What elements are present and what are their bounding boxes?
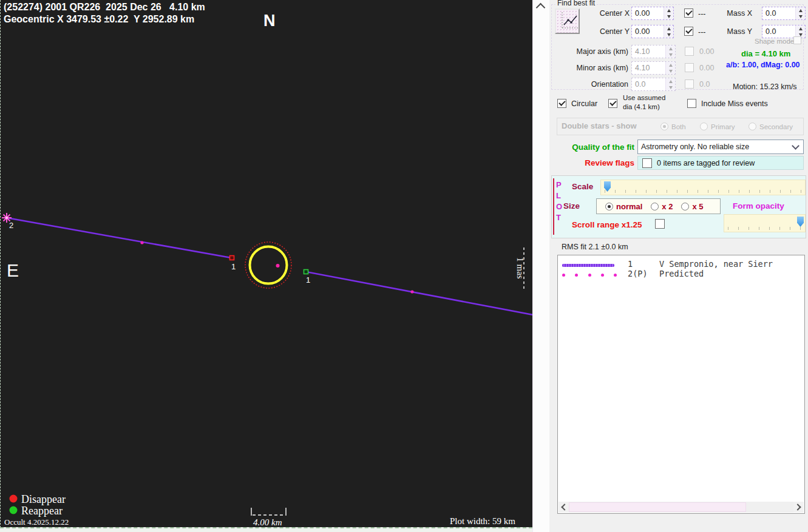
spin-up-icon[interactable]: [666, 62, 675, 68]
scroll-left-button[interactable]: [558, 502, 569, 513]
form-opacity-label: Form opacity: [733, 201, 784, 210]
chord-listbox[interactable]: 1 V Sempronio, near Sierr 2(P) Predicted: [557, 255, 805, 514]
reappear-marker[interactable]: [304, 270, 308, 274]
spin-up-icon[interactable]: [664, 7, 673, 13]
spin-up-icon[interactable]: [666, 78, 675, 84]
review-flags-text: 0 items are tagged for review: [657, 159, 755, 167]
review-flags-checkbox[interactable]: [642, 158, 652, 168]
minor-axis-spinner[interactable]: 4.10: [631, 61, 676, 75]
predicted-star-label: 2: [9, 221, 13, 230]
spin-down-icon[interactable]: [664, 32, 673, 38]
center-y-value[interactable]: 0.00: [632, 25, 664, 38]
include-miss-events-checkbox[interactable]: [687, 99, 696, 108]
scroll-right-button[interactable]: [793, 502, 804, 513]
chord-2-swatch: [562, 272, 617, 277]
size-option-normal[interactable]: normal: [605, 202, 642, 211]
spin-up-icon[interactable]: [664, 25, 673, 32]
occultation-plot[interactable]: 2 1 1 (252274) 2001 QR226 2025 Dec 26 4.…: [0, 0, 532, 528]
scroll-range-checkbox[interactable]: [655, 219, 665, 229]
scale-label: Scale: [572, 182, 593, 191]
quality-of-fit-dropdown[interactable]: Astrometry only. No reliable size: [637, 140, 804, 154]
chord-1-swatch: [562, 264, 614, 267]
spin-down-icon[interactable]: [664, 13, 673, 19]
mass-y-value[interactable]: 0.0: [762, 25, 795, 38]
chord-line-west: [7, 218, 231, 258]
scale-bar: [251, 508, 286, 516]
major-axis-fit-checkbox[interactable]: [685, 47, 694, 56]
fit-control-panel: Find best fit Center X 0.00 --- Mass X 0…: [549, 0, 808, 532]
disappear-marker[interactable]: [230, 256, 234, 260]
scale-slider-thumb[interactable]: [604, 181, 611, 192]
spin-up-icon[interactable]: [796, 7, 805, 13]
minor-axis-value[interactable]: 4.10: [632, 62, 665, 74]
size-x2-radio[interactable]: [651, 203, 659, 210]
mass-x-label: Mass X: [724, 9, 752, 18]
asteroid-center-dot: [276, 264, 280, 268]
minor-axis-extra: 0.00: [699, 64, 714, 72]
center-x-value[interactable]: 0.00: [632, 7, 664, 19]
minor-axis-fit-checkbox[interactable]: [685, 63, 694, 72]
find-best-fit-title: Find best fit: [555, 0, 597, 7]
plot-letter: P: [556, 180, 562, 189]
include-miss-events-label: Include Miss events: [701, 99, 768, 108]
center-y-dots-label: ---: [698, 28, 706, 36]
size-option-x5[interactable]: x 5: [681, 202, 703, 211]
form-opacity-slider-thumb[interactable]: [797, 217, 804, 227]
orientation-label: Orientation: [549, 80, 628, 89]
center-x-spinner[interactable]: 0.00: [631, 7, 674, 20]
scale-slider[interactable]: [600, 180, 806, 195]
collapse-panel-icon[interactable]: [536, 3, 546, 13]
orientation-fit-checkbox[interactable]: [685, 79, 694, 89]
asteroid-outline-circle[interactable]: [250, 247, 287, 284]
spin-down-icon[interactable]: [666, 68, 675, 74]
fit-center-x-checkbox[interactable]: [684, 8, 693, 18]
plot-title-line2: Geocentric X 3479.53 ±0.22 Y 2952.89 km: [4, 14, 194, 24]
major-axis-value[interactable]: 4.10: [632, 45, 665, 58]
run-best-fit-button[interactable]: [555, 8, 580, 34]
size-option-x2[interactable]: x 2: [651, 202, 673, 211]
size-radio-group: normal x 2 x 5: [596, 198, 721, 214]
plot-title-line1: (252274) 2001 QR226 2025 Dec 26 4.10 km: [4, 2, 205, 12]
panel-collapse-strip: [532, 0, 549, 532]
minor-axis-label: Minor axis (km): [549, 64, 628, 72]
chord-1-number: 1: [628, 259, 633, 269]
fit-chart-icon: [560, 10, 580, 31]
mass-x-value[interactable]: 0.0: [762, 7, 795, 19]
major-axis-spinner[interactable]: 4.10: [631, 45, 676, 58]
disappear-legend-label: Disappear: [21, 493, 66, 505]
spin-up-icon[interactable]: [796, 25, 805, 32]
plot-letter: T: [556, 213, 561, 222]
orientation-spinner[interactable]: 0.0: [631, 78, 676, 91]
size-normal-radio[interactable]: [605, 203, 613, 210]
use-assumed-dia-checkbox[interactable]: [608, 99, 617, 108]
plot-letter: L: [556, 191, 561, 200]
size-x5-radio[interactable]: [681, 203, 689, 210]
rms-fit-label: RMS fit 2.1 ±0.0 km: [562, 243, 628, 251]
plot-letter: O: [556, 202, 562, 211]
spin-down-icon[interactable]: [666, 84, 675, 90]
chord-2-number: 2(P): [628, 269, 648, 278]
listbox-horizontal-scrollbar[interactable]: [558, 502, 804, 513]
double-stars-primary-radio[interactable]: [700, 123, 708, 130]
spin-down-icon[interactable]: [666, 52, 675, 58]
fit-center-y-checkbox[interactable]: [684, 27, 693, 36]
circular-label: Circular: [571, 99, 597, 108]
scrollbar-thumb[interactable]: [569, 502, 746, 512]
center-x-dots-label: ---: [698, 10, 706, 18]
double-stars-title: Double stars - show: [562, 121, 637, 130]
double-stars-secondary-radio[interactable]: [749, 123, 756, 130]
orientation-value[interactable]: 0.0: [632, 78, 665, 90]
use-assumed-label-line1: Use assumed: [623, 94, 665, 101]
double-stars-both-radio[interactable]: [660, 123, 668, 130]
spin-up-icon[interactable]: [666, 45, 675, 52]
spin-down-icon[interactable]: [796, 13, 805, 19]
center-y-spinner[interactable]: 0.00: [631, 25, 674, 38]
major-axis-extra: 0.00: [699, 47, 714, 56]
circular-checkbox[interactable]: [557, 99, 566, 108]
north-label: N: [263, 12, 276, 30]
occult-fit-window: 2 1 1 (252274) 2001 QR226 2025 Dec 26 4.…: [0, 0, 808, 532]
center-y-label: Center Y: [592, 27, 630, 36]
mass-x-spinner[interactable]: 0.0: [762, 7, 806, 20]
shape-model-checkbox[interactable]: [793, 36, 801, 44]
form-opacity-slider[interactable]: [724, 214, 806, 232]
